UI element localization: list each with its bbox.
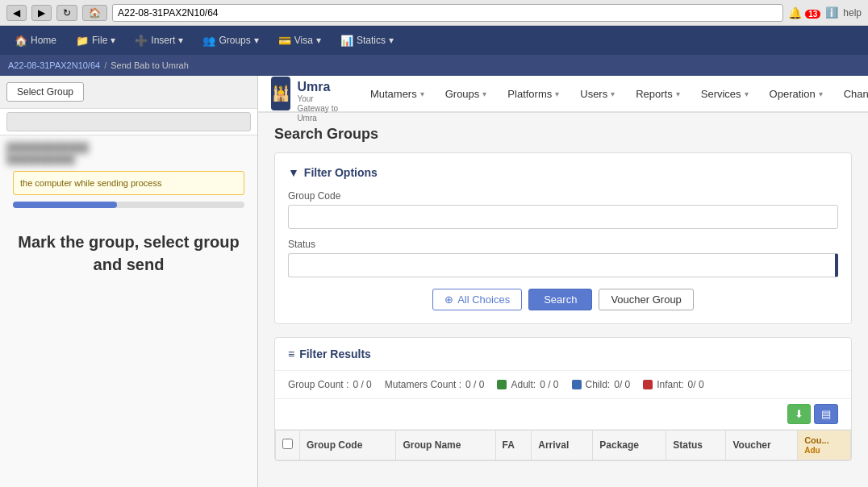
table-header-package: Package xyxy=(593,431,666,460)
refresh-button[interactable]: ↻ xyxy=(56,5,77,21)
filter-header: ▼ Filter Options xyxy=(288,166,838,179)
site-logo-sub: Your Gateway to Umra xyxy=(297,94,344,123)
users-arrow: ▾ xyxy=(611,89,615,98)
back-button[interactable]: ◀ xyxy=(6,5,27,21)
progress-bar-outer xyxy=(13,202,244,208)
sidebar-warning: the computer while sending process xyxy=(13,171,244,195)
progress-bar-inner xyxy=(13,202,117,208)
table-header-adu: Adu xyxy=(804,446,820,455)
info-icon: ℹ️ xyxy=(825,6,838,19)
breadcrumb: A22-08-31PAX2N10/64 / Send Bab to Umrah xyxy=(0,55,868,76)
mutamers-arrow: ▾ xyxy=(420,89,424,98)
select-group-button[interactable]: Select Group xyxy=(6,82,84,102)
page-content: Search Groups ▼ Filter Options Group Cod… xyxy=(258,113,868,474)
app-nav: 🏠 Home 📁 File ▾ ➕ Insert ▾ 👥 Groups ▾ 💳 … xyxy=(0,26,868,55)
group-code-label: Group Code xyxy=(288,190,838,202)
results-box: ≡ Filter Results Group Count : 0 / 0 Mut… xyxy=(274,337,852,461)
help-label[interactable]: help xyxy=(843,7,862,19)
nav-visa[interactable]: 💳 Visa ▾ xyxy=(270,31,329,50)
platforms-arrow: ▾ xyxy=(555,89,559,98)
operation-arrow: ▾ xyxy=(819,89,823,98)
sidebar-content: ████████████ ██████████ the computer whi… xyxy=(0,135,257,487)
warning-text: the computer while sending process xyxy=(20,178,161,188)
menu-users[interactable]: Users ▾ xyxy=(570,83,624,105)
table-view-button[interactable]: ▤ xyxy=(814,404,838,424)
filter-grid: Group Code Status xyxy=(288,190,838,277)
nav-file[interactable]: 📁 File ▾ xyxy=(68,31,123,50)
mutamers-count-stat: Mutamers Count : 0 / 0 xyxy=(385,379,485,390)
site-logo-text: Bab Al-Umra Your Gateway to Umra xyxy=(297,76,344,123)
right-content: 🕌 Bab Al-Umra Your Gateway to Umra Mutam… xyxy=(258,76,868,487)
status-input[interactable] xyxy=(288,253,838,277)
notification-bell[interactable]: 🔔 13 xyxy=(788,6,820,19)
menu-change-role[interactable]: Change Role xyxy=(834,83,868,105)
table-header-group-code: Group Code xyxy=(300,431,396,460)
select-all-checkbox[interactable] xyxy=(282,439,293,449)
site-logo: 🕌 Bab Al-Umra Your Gateway to Umra xyxy=(271,76,344,123)
nav-home[interactable]: 🏠 Home xyxy=(6,31,65,50)
group-count-stat: Group Count : 0 / 0 xyxy=(288,379,372,390)
all-choices-button[interactable]: ⊕ All Choices xyxy=(432,289,522,310)
sidebar-blurred-item-2: ██████████ xyxy=(6,153,251,164)
menu-reports[interactable]: Reports ▾ xyxy=(626,83,690,105)
sidebar-search-input[interactable] xyxy=(6,112,251,131)
menu-mutamers[interactable]: Mutamers ▾ xyxy=(361,83,434,105)
home-icon: 🏠 xyxy=(15,35,27,47)
page-title: Search Groups xyxy=(274,126,852,143)
table-header-cou: Cou...Adu xyxy=(798,431,851,460)
group-code-input[interactable] xyxy=(288,205,838,229)
breadcrumb-separator: / xyxy=(104,60,106,70)
export-button[interactable]: ⬇ xyxy=(787,404,811,424)
reports-arrow: ▾ xyxy=(676,89,680,98)
child-color-dot xyxy=(572,380,582,389)
table-header-fa: FA xyxy=(495,431,532,460)
status-label: Status xyxy=(288,239,838,250)
results-table-wrap: Group Code Group Name FA Arrival Package… xyxy=(275,430,851,460)
groups-arrow: ▾ xyxy=(254,35,259,46)
voucher-group-button[interactable]: Voucher Group xyxy=(599,289,693,310)
url-bar[interactable] xyxy=(112,4,783,22)
table-header-group-name: Group Name xyxy=(396,431,495,460)
results-table: Group Code Group Name FA Arrival Package… xyxy=(275,430,851,460)
table-header-voucher: Voucher xyxy=(726,431,798,460)
list-icon: ≡ xyxy=(288,348,294,360)
table-header-checkbox xyxy=(276,431,300,460)
insert-icon: ➕ xyxy=(135,35,148,47)
home-button[interactable]: 🏠 xyxy=(82,5,107,21)
results-header: ≡ Filter Results xyxy=(275,338,851,371)
notification-badge: 13 xyxy=(805,10,820,19)
nav-groups[interactable]: 👥 Groups ▾ xyxy=(194,31,266,50)
search-button[interactable]: Search xyxy=(528,289,592,310)
services-arrow: ▾ xyxy=(745,89,749,98)
forward-button[interactable]: ▶ xyxy=(31,5,52,21)
sidebar-search-row xyxy=(0,109,257,135)
main-layout: Select Group ████████████ ██████████ the… xyxy=(0,76,868,487)
visa-icon: 💳 xyxy=(278,35,291,47)
menu-operation[interactable]: Operation ▾ xyxy=(760,83,833,105)
nav-insert[interactable]: ➕ Insert ▾ xyxy=(127,31,191,50)
table-header-status: Status xyxy=(666,431,726,460)
file-icon: 📁 xyxy=(76,35,89,47)
left-sidebar: Select Group ████████████ ██████████ the… xyxy=(0,76,258,487)
plus-icon: ⊕ xyxy=(444,293,453,306)
menu-platforms[interactable]: Platforms ▾ xyxy=(498,83,569,105)
groups-icon: 👥 xyxy=(202,35,215,47)
statics-arrow: ▾ xyxy=(389,35,394,46)
site-logo-icon: 🕌 xyxy=(271,77,290,110)
filter-icon: ▼ xyxy=(288,166,299,179)
menu-groups[interactable]: Groups ▾ xyxy=(436,83,497,105)
sidebar-blurred-item-1: ████████████ xyxy=(6,142,251,153)
sidebar-top-buttons: Select Group xyxy=(0,76,257,109)
nav-statics[interactable]: 📊 Statics ▾ xyxy=(332,31,402,50)
menu-services[interactable]: Services ▾ xyxy=(691,83,758,105)
breadcrumb-link[interactable]: A22-08-31PAX2N10/64 xyxy=(8,60,100,70)
group-code-group: Group Code xyxy=(288,190,838,229)
infant-color-dot xyxy=(643,380,653,389)
sidebar-progress xyxy=(13,202,244,208)
sidebar-instruction-text: Mark the group, select group and send xyxy=(6,214,251,292)
filter-box: ▼ Filter Options Group Code Status ⊕ xyxy=(274,152,852,324)
table-header-arrival: Arrival xyxy=(532,431,593,460)
results-stats: Group Count : 0 / 0 Mutamers Count : 0 /… xyxy=(275,371,851,399)
visa-arrow: ▾ xyxy=(316,35,321,46)
results-actions: ⬇ ▤ xyxy=(275,399,851,430)
